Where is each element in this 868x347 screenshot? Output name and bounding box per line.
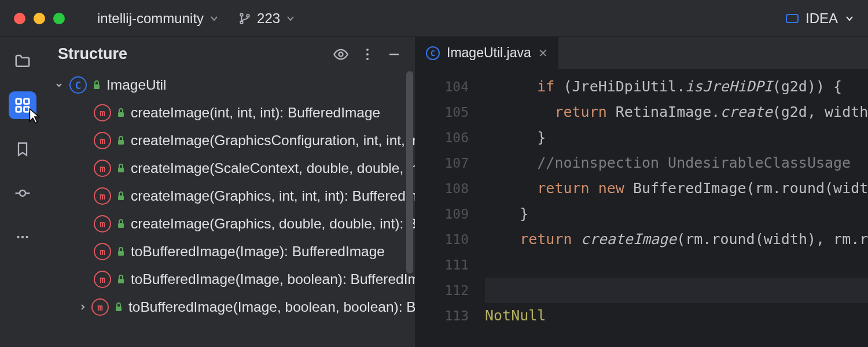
svg-rect-20 bbox=[118, 223, 124, 228]
code-line[interactable]: return RetinaImage.create(g2d, width, he… bbox=[485, 99, 868, 125]
visibility-lock-icon bbox=[116, 191, 126, 201]
code-line[interactable] bbox=[485, 278, 868, 303]
titlebar: intellij-community 223 IDEA bbox=[0, 0, 868, 37]
tool-window-rail bbox=[0, 37, 45, 347]
visibility-icon[interactable] bbox=[333, 46, 349, 62]
class-name: ImageUtil bbox=[106, 77, 166, 93]
ide-icon bbox=[786, 14, 799, 23]
method-signature: createImage(ScaleContext, double, double… bbox=[131, 160, 415, 176]
method-signature: createImage(GraphicsConfiguration, int, … bbox=[131, 132, 415, 149]
scrollbar[interactable] bbox=[406, 71, 413, 274]
editor-tabs: C ImageUtil.java ✕ bbox=[415, 37, 868, 69]
ide-name-label: IDEA bbox=[806, 10, 838, 27]
bookmarks-tool-icon[interactable] bbox=[9, 135, 36, 163]
method-signature: toBufferedImage(Image, boolean, boolean)… bbox=[128, 299, 415, 315]
svg-rect-19 bbox=[118, 195, 124, 200]
tree-node-method[interactable]: mcreateImage(ScaleContext, double, doubl… bbox=[53, 154, 415, 182]
method-icon: m bbox=[94, 160, 111, 177]
chevron-down-icon bbox=[845, 14, 854, 23]
code-line[interactable]: if (JreHiDpiUtil.isJreHiDPI(g2d)) { bbox=[485, 74, 868, 99]
ide-selector[interactable]: IDEA bbox=[786, 10, 854, 27]
editor: C ImageUtil.java ✕ 104105106107108109110… bbox=[415, 37, 868, 347]
java-class-icon: C bbox=[426, 46, 440, 60]
svg-rect-5 bbox=[16, 107, 21, 112]
visibility-lock-icon bbox=[116, 274, 126, 285]
line-number: 106 bbox=[415, 125, 469, 150]
line-number: 107 bbox=[415, 150, 469, 176]
code-line[interactable]: //noinspection UndesirableClassUsage bbox=[485, 150, 868, 176]
close-tab-icon[interactable]: ✕ bbox=[538, 46, 548, 60]
method-icon: m bbox=[94, 215, 111, 232]
code-line[interactable] bbox=[485, 252, 868, 278]
svg-rect-6 bbox=[24, 107, 30, 112]
line-number: 105 bbox=[415, 99, 469, 125]
more-tool-icon[interactable] bbox=[9, 223, 36, 251]
code-line[interactable]: return new BufferedImage(rm.round(width)… bbox=[485, 176, 868, 201]
svg-point-0 bbox=[240, 13, 243, 16]
chevron-down-icon bbox=[209, 14, 219, 23]
class-icon: C bbox=[69, 76, 87, 94]
code-line[interactable]: } bbox=[485, 125, 868, 150]
project-tool-icon[interactable] bbox=[9, 47, 36, 75]
project-selector[interactable]: intellij-community bbox=[93, 7, 223, 30]
visibility-lock-icon bbox=[116, 135, 126, 146]
tree-node-method[interactable]: mcreateImage(int, int, int): BufferedIma… bbox=[53, 99, 415, 127]
tab-filename: ImageUtil.java bbox=[447, 45, 531, 61]
visibility-lock-icon bbox=[116, 219, 126, 229]
editor-tab[interactable]: C ImageUtil.java ✕ bbox=[415, 37, 559, 69]
code-line[interactable]: NotNull bbox=[485, 303, 868, 328]
branch-count: 223 bbox=[257, 10, 280, 27]
chevron-down-icon bbox=[286, 14, 295, 23]
branch-selector[interactable]: 223 bbox=[234, 7, 300, 30]
structure-tool-icon[interactable] bbox=[9, 91, 36, 119]
structure-header: Structure bbox=[45, 37, 415, 71]
svg-rect-22 bbox=[118, 279, 124, 283]
svg-point-12 bbox=[366, 49, 369, 51]
tree-node-method[interactable]: mtoBufferedImage(Image): BufferedImage bbox=[53, 238, 415, 265]
structure-tree[interactable]: CImageUtil mcreateImage(int, int, int): … bbox=[45, 71, 415, 347]
svg-rect-17 bbox=[118, 140, 124, 145]
line-number: 104 bbox=[415, 74, 469, 99]
method-icon: m bbox=[94, 104, 111, 121]
line-number: 113 bbox=[415, 303, 469, 328]
visibility-lock-icon bbox=[113, 302, 124, 312]
code-area[interactable]: 104105106107108109110111112113 if (JreHi… bbox=[415, 69, 868, 347]
svg-rect-15 bbox=[94, 84, 100, 89]
tree-node-method[interactable]: mtoBufferedImage(Image, boolean, boolean… bbox=[53, 293, 415, 321]
commit-tool-icon[interactable] bbox=[9, 179, 36, 207]
method-icon: m bbox=[94, 243, 111, 260]
visibility-lock-icon bbox=[91, 80, 102, 90]
minimize-window-button[interactable] bbox=[34, 13, 45, 24]
tree-node-method[interactable]: mtoBufferedImage(Image, boolean): Buffer… bbox=[53, 265, 415, 293]
svg-point-13 bbox=[366, 53, 369, 56]
maximize-window-button[interactable] bbox=[53, 13, 65, 24]
expand-caret-icon[interactable] bbox=[79, 301, 87, 313]
method-signature: createImage(Graphics, double, double, in… bbox=[131, 216, 415, 232]
svg-point-9 bbox=[21, 236, 24, 238]
method-signature: toBufferedImage(Image): BufferedImage bbox=[131, 243, 385, 260]
line-number: 108 bbox=[415, 176, 469, 201]
svg-point-10 bbox=[25, 236, 28, 238]
method-icon: m bbox=[94, 187, 111, 205]
code-line[interactable]: return createImage(rm.round(width), rm.r… bbox=[485, 227, 868, 252]
tree-node-method[interactable]: mcreateImage(GraphicsConfiguration, int,… bbox=[53, 127, 415, 154]
visibility-lock-icon bbox=[116, 108, 126, 118]
method-signature: createImage(Graphics, int, int, int): Bu… bbox=[131, 188, 415, 204]
close-window-button[interactable] bbox=[14, 13, 25, 24]
tree-node-method[interactable]: mcreateImage(Graphics, int, int, int): B… bbox=[53, 182, 415, 210]
collapse-caret-icon[interactable] bbox=[53, 79, 65, 91]
code-line[interactable]: } bbox=[485, 201, 868, 227]
code-text[interactable]: if (JreHiDpiUtil.isJreHiDPI(g2d)) { retu… bbox=[485, 69, 868, 347]
tree-node-method[interactable]: mcreateImage(Graphics, double, double, i… bbox=[53, 210, 415, 238]
options-icon[interactable] bbox=[359, 46, 376, 62]
line-number: 109 bbox=[415, 201, 469, 227]
svg-point-14 bbox=[366, 58, 369, 60]
method-icon: m bbox=[94, 271, 111, 288]
method-signature: createImage(int, int, int): BufferedImag… bbox=[131, 105, 380, 121]
tree-node-class[interactable]: CImageUtil bbox=[53, 71, 415, 99]
structure-title: Structure bbox=[58, 45, 322, 63]
gutter: 104105106107108109110111112113 bbox=[415, 69, 485, 347]
svg-rect-23 bbox=[116, 307, 122, 311]
svg-point-8 bbox=[17, 236, 19, 238]
minimize-panel-icon[interactable] bbox=[386, 46, 402, 62]
